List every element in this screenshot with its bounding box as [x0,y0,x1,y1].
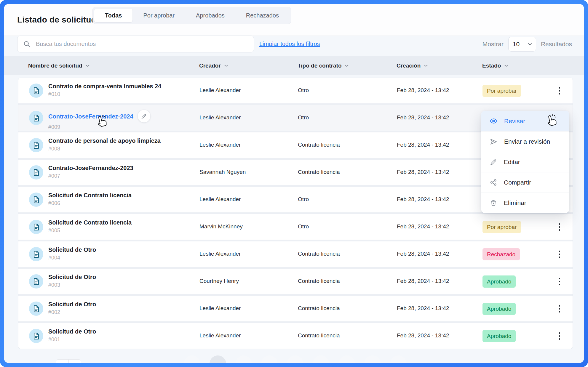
document-icon [29,111,43,125]
request-id: #001 [48,336,96,343]
creation-date-cell: Feb 28, 2024 - 13:42 [397,169,449,175]
pagination-prev[interactable] [56,360,68,363]
tab-todas[interactable]: Todas [94,9,132,22]
document-icon [29,274,43,289]
status-badge: Por aprobar [482,85,521,97]
request-name: Solicitud de Otro [48,301,96,308]
row-actions-kebab-icon[interactable] [554,221,565,233]
table-row[interactable]: Solicitud de Contrato licencia #005 Marv… [18,214,573,240]
edit-button[interactable] [138,110,151,123]
document-icon [29,165,43,180]
row-actions-kebab-icon[interactable] [554,85,565,96]
chevron-down-icon [524,37,536,51]
request-id: #007 [48,173,133,179]
app-frame: Listado de solicitudes TodasPor aprobarA… [0,0,588,367]
request-name: Solicitud de Otro [48,246,96,253]
page-header: Listado de solicitudes TodasPor aprobarA… [4,4,584,36]
request-name[interactable]: Contrato-JoseFernandez-2024 [48,113,133,120]
table-row[interactable]: Solicitud de Otro #001 Leslie Alexander … [18,323,573,349]
search-input[interactable] [17,36,254,52]
column-header-nombre[interactable]: Nombre de solicitud [28,56,90,75]
row-actions-kebab-icon[interactable] [554,276,565,287]
table-header: Nombre de solicitudCreadorTipo de contra… [4,56,584,75]
results-per-page: Mostrar 10 Resultados [482,37,572,52]
creator-cell: Savannah Nguyen [199,169,246,175]
request-name: Solicitud de Contrato licencia [48,219,132,226]
creator-cell: Leslie Alexander [199,251,241,257]
chevron-down-icon [85,63,90,68]
request-name: Solicitud de Contrato licencia [48,192,132,199]
column-header-creacion[interactable]: Creación [397,56,429,75]
page-size-select[interactable]: 10 [508,37,536,52]
creator-cell: Courtney Henry [199,278,239,284]
request-name-cell: Solicitud de Otro #004 [48,246,96,261]
menu-item-enviar[interactable]: Enviar a revisión [481,131,569,152]
page-prev-button[interactable]: ‹ [184,355,200,363]
request-id: #004 [48,255,96,261]
creator-cell: Leslie Alexander [199,305,241,312]
page-button-3[interactable]: 3 [261,355,278,363]
creation-date-cell: Feb 28, 2024 - 13:42 [397,196,449,203]
page-button-2[interactable]: 2 [235,355,252,363]
table-row[interactable]: Contrato de compra-venta Inmuebles 24 #0… [18,78,573,103]
share-icon [490,179,497,186]
pagination-next[interactable] [68,360,81,363]
request-name: Solicitud de Otro [48,274,96,281]
show-label: Mostrar [482,41,504,48]
table-row[interactable]: Solicitud de Otro #003 Courtney Henry Co… [18,269,573,294]
search-icon [23,40,31,48]
contract-type-cell: Contrato licencia [298,332,340,339]
creation-date-cell: Feb 28, 2024 - 13:42 [397,142,449,148]
menu-item-editar[interactable]: Editar [481,152,569,172]
clear-filters-link[interactable]: Limpiar todos los filtros [259,41,320,47]
menu-item-revisar[interactable]: Revisar [481,111,569,131]
tab-por-aprobar[interactable]: Por aprobar [132,9,185,22]
request-name-cell: Contrato de personal de apoyo limpieza #… [48,137,161,152]
menu-item-eliminar[interactable]: Eliminar [481,193,569,213]
request-id: #005 [48,227,132,234]
request-name-cell: Solicitud de Otro #002 [48,301,96,315]
page-button-1[interactable]: 1 [210,355,226,363]
column-header-estado[interactable]: Estado [482,56,509,75]
tab-rechazados[interactable]: Rechazados [235,9,290,22]
page-next-button[interactable]: › [390,355,407,363]
creator-cell: Leslie Alexander [199,332,241,339]
request-name: Contrato-JoseFernandez-2023 [48,165,133,172]
row-actions-kebab-icon[interactable] [554,330,565,342]
document-icon [29,193,43,207]
pagination: ‹1234567› [184,355,407,363]
page-button-7[interactable]: 7 [364,355,381,363]
chevron-down-icon [504,63,509,68]
creator-cell: Leslie Alexander [199,114,241,121]
column-header-creador[interactable]: Creador [199,56,229,75]
contract-type-cell: Contrato licencia [298,142,340,148]
request-id: #003 [48,282,96,288]
request-name-cell: Contrato de compra-venta Inmuebles 24 #0… [48,83,161,97]
creation-date-cell: Feb 28, 2024 - 13:42 [397,305,449,312]
request-name-cell: Contrato-JoseFernandez-2024 #009 [48,110,151,130]
filter-bar: Limpiar todos los filtros Mostrar 10 Res… [17,36,572,52]
table-row[interactable]: Solicitud de Otro #004 Leslie Alexander … [18,241,573,267]
page-button-4[interactable]: 4 [287,355,303,363]
request-id: #006 [48,200,132,206]
tab-aprobados[interactable]: Aprobados [185,9,235,22]
menu-item-compartir[interactable]: Compartir [481,172,569,193]
page-button-6[interactable]: 6 [338,355,355,363]
table-row[interactable]: Solicitud de Otro #002 Leslie Alexander … [18,296,573,321]
chevron-down-icon [223,63,229,68]
row-actions-kebab-icon[interactable] [554,249,565,260]
creation-date-cell: Feb 28, 2024 - 13:42 [397,87,449,94]
column-header-tipo[interactable]: Tipo de contrato [298,56,349,75]
row-actions-kebab-icon[interactable] [554,303,565,314]
context-menu: RevisarEnviar a revisiónEditarCompartirE… [481,111,569,213]
request-name: Contrato de compra-venta Inmuebles 24 [48,83,161,90]
status-badge: Aprobado [482,303,516,315]
page-size-value: 10 [509,37,524,51]
solicitudes-page: Listado de solicitudes TodasPor aprobarA… [4,4,584,363]
creation-date-cell: Feb 28, 2024 - 13:42 [397,278,449,284]
pagination-arrows[interactable] [56,359,81,363]
results-label: Resultados [541,41,572,48]
request-name: Solicitud de Otro [48,328,96,335]
request-id: #002 [48,309,96,315]
page-button-5[interactable]: 5 [313,355,329,363]
